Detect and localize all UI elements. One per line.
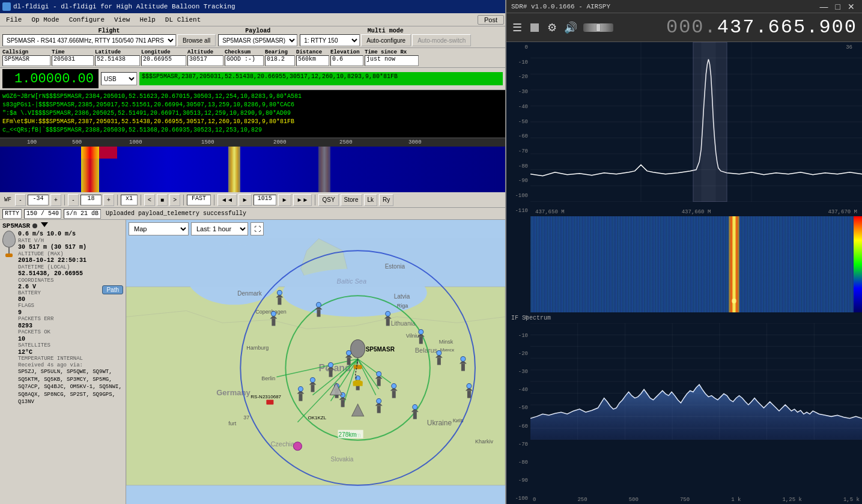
- wf-scale-1000: 1000: [129, 139, 142, 145]
- x-label-660: 437,660 M: [682, 209, 711, 215]
- gain-minus-btn[interactable]: -: [15, 194, 26, 206]
- play-btn[interactable]: ►: [238, 194, 252, 206]
- separator-1: [64, 195, 65, 205]
- longitude-label: Longitude: [141, 49, 186, 55]
- svg-text:Latvia: Latvia: [394, 293, 410, 300]
- browse-button[interactable]: Browse all: [177, 34, 216, 46]
- if-y-70: -70: [508, 442, 529, 448]
- post-button[interactable]: Post: [478, 15, 504, 25]
- gain-plus-btn[interactable]: +: [50, 194, 61, 206]
- longitude-group: Longitude 20.66955: [141, 49, 186, 66]
- qsy-btn[interactable]: QSY: [318, 194, 338, 206]
- packets-err-value: 9: [18, 309, 22, 316]
- svg-point-73: [277, 290, 282, 295]
- coords-value: 52.51438, 20.66955: [18, 270, 83, 277]
- rev-btn[interactable]: ◄◄: [217, 194, 237, 206]
- svg-rect-80: [437, 357, 441, 365]
- separator-4: [183, 195, 184, 205]
- last-time-select[interactable]: Last: 1 hour: [191, 222, 248, 235]
- distance-value: 560km: [296, 55, 329, 66]
- payload-select[interactable]: SP5MASR (SP5MASR): [218, 34, 297, 46]
- freq-display: 1.00000.00: [2, 69, 99, 88]
- modulation-select[interactable]: USB: [101, 72, 137, 85]
- flight-group: Flight SP5MASR - RS41 437.666MHz, RTTY 1…: [2, 28, 216, 46]
- maximize-button[interactable]: □: [833, 2, 843, 11]
- shift-right-btn[interactable]: >: [169, 194, 180, 206]
- coords-label: COORDINATES: [18, 278, 123, 284]
- waterfall-y-axis: [506, 216, 530, 312]
- multimode-select[interactable]: 1: RTTY 150: [300, 34, 360, 46]
- ry-btn[interactable]: Ry: [379, 194, 393, 206]
- flight-select[interactable]: SP5MASR - RS41 437.666MHz, RTTY 150/540 …: [2, 34, 176, 46]
- tune-slider[interactable]: [583, 23, 613, 32]
- svg-rect-104: [353, 381, 363, 386]
- path-button[interactable]: Path: [102, 285, 123, 294]
- settings-button[interactable]: ⚙: [546, 20, 558, 35]
- map-area[interactable]: Map Last: 1 hour ⛶: [126, 220, 505, 504]
- balloon-payload: [5, 254, 13, 257]
- lk-btn[interactable]: Lk: [364, 194, 378, 206]
- store-btn[interactable]: Store: [341, 194, 362, 206]
- elevation-group: Elevation 0.6: [330, 49, 363, 66]
- wf-scale-3000: 3000: [408, 139, 422, 145]
- svg-point-52: [377, 372, 381, 377]
- map-type-select[interactable]: Map: [129, 222, 189, 235]
- autoconfigure-button[interactable]: Auto-configure: [361, 34, 411, 46]
- sdr-title-buttons: — □ ✕: [818, 2, 857, 11]
- speed-value: FAST: [187, 195, 211, 205]
- mult-value: x1: [121, 195, 138, 205]
- waterfall-container[interactable]: 100 500 1000 1500 2000 2500 3000: [0, 138, 505, 192]
- elevation-value: 0.6: [330, 55, 363, 66]
- menu-view[interactable]: View: [109, 15, 135, 25]
- dropdown-arrow-icon[interactable]: [41, 222, 48, 229]
- stop-button[interactable]: [528, 21, 541, 34]
- if-y-10: -10: [508, 333, 529, 339]
- decoded-area[interactable]: wGZ6~JBrW[rN$$$SP5MASR,2384,205010,52.51…: [0, 90, 505, 138]
- latitude-label: Latitude: [95, 49, 140, 55]
- menu-opmode[interactable]: Op Mode: [26, 15, 64, 25]
- freq-text: 1.00000.00: [14, 71, 94, 87]
- svg-rect-68: [272, 318, 275, 326]
- decoded-line-4: c_<<QRs;fB|`$$$SP5MASR,2388,205039,52.51…: [2, 126, 503, 135]
- menu-file[interactable]: File: [1, 15, 26, 25]
- stop-btn[interactable]: ■: [157, 194, 168, 206]
- fwd-btn[interactable]: ►►: [293, 194, 312, 206]
- zoom-plus-btn[interactable]: +: [103, 194, 114, 206]
- wf-signal-third: [318, 147, 330, 192]
- wf-scale-2000: 2000: [273, 139, 287, 145]
- svg-rect-92: [413, 412, 417, 419]
- play2-btn[interactable]: ►: [278, 194, 291, 206]
- expand-button[interactable]: ⛶: [250, 222, 264, 235]
- if-x-750: 750: [680, 497, 690, 503]
- audio-button[interactable]: 🔊: [563, 20, 578, 35]
- menu-dlclient[interactable]: DL Client: [160, 15, 205, 25]
- svg-text:furt: furt: [228, 421, 237, 427]
- menu-icon-button[interactable]: ☰: [511, 20, 523, 35]
- svg-text:OK1KZL: OK1KZL: [308, 415, 326, 421]
- zoom-minus-btn[interactable]: -: [68, 194, 79, 206]
- svg-rect-77: [419, 336, 423, 344]
- rate-value: 0.6 m/s: [18, 231, 43, 237]
- gain-value: -34: [28, 195, 49, 205]
- svg-point-85: [386, 311, 390, 316]
- if-x-500: 500: [629, 497, 639, 503]
- rate-field: 150 / 540: [24, 209, 61, 219]
- svg-rect-95: [467, 391, 471, 398]
- if-y-90: -90: [508, 478, 529, 484]
- automode-button[interactable]: Auto-mode-switch: [412, 34, 471, 46]
- bearing-label: Bearing: [265, 49, 295, 55]
- zoom-value: 18: [80, 195, 102, 205]
- close-button[interactable]: ✕: [845, 2, 857, 11]
- svg-point-91: [377, 399, 381, 404]
- svg-point-64: [298, 387, 303, 392]
- sdr-title-text: SDR# v1.0.0.1666 - AIRSPY: [511, 3, 610, 10]
- temp-label: TEMPERATURE INTERNAL: [18, 356, 123, 362]
- minimize-button[interactable]: —: [818, 2, 831, 11]
- if-y-30: -30: [508, 369, 529, 375]
- timerx-value: just now: [365, 55, 419, 66]
- svg-rect-53: [311, 385, 314, 392]
- shift-left-btn[interactable]: <: [144, 194, 155, 206]
- menu-help[interactable]: Help: [135, 15, 160, 25]
- menu-configure[interactable]: Configure: [64, 15, 109, 25]
- battery-group: 2.6 V BATTERY: [18, 284, 41, 296]
